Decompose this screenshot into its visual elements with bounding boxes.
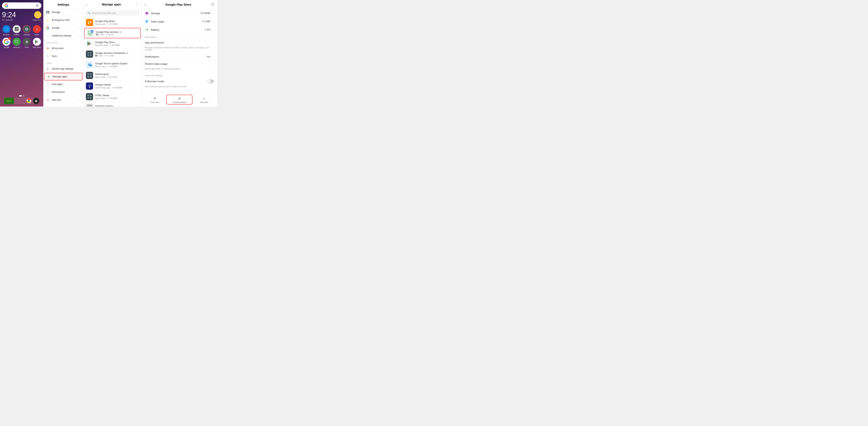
detail-row-storage[interactable]: Storage 83.96MB › xyxy=(142,9,217,18)
settings-list: 💾 Storage › ⚠ Emergency SOS › Google › ⋯ xyxy=(43,8,83,106)
app-detail-title: Google Play Store xyxy=(147,3,210,6)
google-search-bar[interactable] xyxy=(2,2,41,9)
accounts-section: ACCOUNTS xyxy=(43,40,83,44)
app-detail-back[interactable]: ‹ xyxy=(145,3,146,6)
detail-row-data-usage[interactable]: Data usage 72.3MB › xyxy=(142,18,217,26)
force-stop-btn[interactable]: ✕ Force stop xyxy=(143,96,166,103)
settings-item-mi[interactable]: Mi Mi Account xyxy=(43,44,83,52)
additional-chevron: › xyxy=(79,34,80,37)
app-grid: 🌐 Browser 🖼 Gallery ⚙ Settings ♪ Music xyxy=(2,25,41,48)
dual-apps-chevron: › xyxy=(79,83,80,86)
storage-icon: 💾 xyxy=(46,10,50,14)
app-permissions-sublabel: Manage permissions related to location, … xyxy=(145,46,214,51)
svg-rect-10 xyxy=(88,55,89,56)
app-item-music[interactable]: ♪ Music xyxy=(32,25,41,36)
uninstall-updates-btn[interactable]: ⊘ Uninstall updates xyxy=(166,95,192,104)
tts-icon xyxy=(86,61,93,68)
app-item-tools[interactable]: ⊞ Tools xyxy=(22,38,31,48)
play-music-info: Google Play Music Never used ⏱ 18.32MB xyxy=(95,20,139,25)
gallery-icon: 🖼 xyxy=(13,25,21,33)
app-list-item-gservices[interactable]: Google Services Framework ⚙ 💾 7.1MB ⏱ 47… xyxy=(84,49,142,60)
google-g-icon xyxy=(4,4,8,8)
gservices-info: Google Services Framework ⚙ 💾 7.1MB ⏱ 47… xyxy=(95,52,139,57)
hotspot-name: Hotspot Shield xyxy=(95,84,139,86)
app-list-item-play-store[interactable]: Google Play Store Recently used ⏱ 83.96M… xyxy=(84,38,142,49)
home-screen: 9:24 Fri, June 28 Clear 33°C 🌐 Browser 🖼… xyxy=(0,0,43,106)
app-list: Google Play Music Never used ⏱ 18.32MB xyxy=(84,17,142,106)
app-item-gallery[interactable]: 🖼 Gallery xyxy=(12,25,21,36)
detail-row-app-permissions[interactable]: App permissions › Manage permissions rel… xyxy=(142,39,217,53)
htmlviewer-name: HTML Viewer xyxy=(95,94,139,97)
mic-icon[interactable] xyxy=(35,4,39,7)
app-list-item-play-music[interactable]: Google Play Music Never used ⏱ 18.32MB xyxy=(84,17,142,28)
settings-item-google[interactable]: Google › xyxy=(43,24,83,32)
additional-label: Additional settings xyxy=(52,34,77,37)
htmlviewer-meta: Never used ⏱ 53.25KB xyxy=(95,97,139,99)
app-list-item-play-services[interactable]: Google Play services ⚙ 💾 134MB ⏱ 381MB xyxy=(84,28,141,38)
settings-item-system-app[interactable]: ⚙ System app settings › xyxy=(43,65,83,73)
app-item-settings[interactable]: ⚙ Settings xyxy=(22,25,31,36)
security-label: Security xyxy=(13,46,20,48)
app-permissions-label: App permissions xyxy=(145,41,212,44)
detail-row-notifications[interactable]: Notifications Yes › xyxy=(142,53,217,60)
clear-data-btn[interactable]: ◇ Clear data xyxy=(193,96,216,103)
app-list-item-htmlviewer[interactable]: HTML Viewer Never used ⏱ 53.25KB xyxy=(84,92,142,102)
search-apps-bar[interactable]: 🔍 Search among 280 apps xyxy=(86,10,140,15)
svg-rect-31 xyxy=(146,29,147,30)
settings-item-permissions[interactable]: ◯ Permissions › xyxy=(43,88,83,96)
menu-button[interactable]: ⋮ xyxy=(135,2,138,6)
settings-item-additional[interactable]: ⋯ Additional settings › xyxy=(43,32,83,40)
app-item-browser[interactable]: 🌐 Browser xyxy=(2,25,11,36)
settings-item-sync[interactable]: ↻ Sync › xyxy=(43,52,83,60)
settings-item-dual-apps[interactable]: ◯ Dual apps › xyxy=(43,80,83,88)
app-list-item-homelayout[interactable]: HomeLayout Never used ⏱ 61.44KB xyxy=(84,70,142,81)
settings-item-storage[interactable]: 💾 Storage › xyxy=(43,8,83,16)
app-detail-footer: ✕ Force stop ⊘ Uninstall updates ◇ Clear… xyxy=(142,93,217,106)
music-icon: ♪ xyxy=(33,25,41,33)
app-item-playstore[interactable]: Play Store xyxy=(32,38,41,48)
gservices-extra: 💾 7.1MB ⏱ 47.54MB xyxy=(95,55,139,57)
google-app-icon: 1 xyxy=(2,38,10,46)
detail-row-install-unknown[interactable]: Install apps from unknown sources No › xyxy=(142,90,217,93)
settings-label: Settings xyxy=(24,34,30,36)
uninstall-updates-icon: ⊘ xyxy=(177,96,182,101)
hotspot-icon xyxy=(86,83,93,90)
settings-item-manage-apps[interactable]: ⊞ Manage apps › xyxy=(44,73,83,80)
camera-icon[interactable]: ◉ xyxy=(33,98,39,104)
storage-label: Storage xyxy=(52,11,77,13)
app-list-item-hybrid[interactable]: HybridAccessory Never used ⏱ 53.25KB xyxy=(84,102,142,106)
settings-item-feedback[interactable]: ? Feedback › xyxy=(43,104,83,106)
permissions-chevron: › xyxy=(79,91,80,93)
app-lock-label: App lock xyxy=(52,98,77,101)
tts-name: Google Text-to-speech Engine xyxy=(95,62,139,65)
playstore-label: Play Store xyxy=(33,46,41,48)
detail-row-battery[interactable]: Battery 1.6% › xyxy=(142,26,217,34)
app-list-item-tts[interactable]: Google Text-to-speech Engine Never used … xyxy=(84,60,142,70)
app-item-google[interactable]: 1 Google xyxy=(2,38,11,48)
emergency-chevron: › xyxy=(79,19,80,21)
app-list-item-hotspot[interactable]: Hotspot Shield Used 4 days ago ⏱ 36.54MB xyxy=(84,81,142,92)
tools-label: Tools xyxy=(25,46,29,48)
manage-apps-header: ‹ Manage apps ⋮ xyxy=(84,0,142,9)
info-button[interactable]: ⓘ xyxy=(211,2,214,7)
hotspot-meta: Used 4 days ago ⏱ 36.54MB xyxy=(95,87,139,89)
detail-row-fullscreen[interactable]: Fullscreen mode Allow selected apps to w… xyxy=(142,77,217,90)
clear-data-icon: ◇ xyxy=(202,96,207,101)
back-button[interactable]: ‹ xyxy=(86,3,87,6)
sync-chevron: › xyxy=(79,55,80,57)
homelayout-icon xyxy=(86,72,93,79)
manage-apps-panel: ‹ Manage apps ⋮ 🔍 Search among 280 apps … xyxy=(84,0,142,106)
tools-icon: ⊞ xyxy=(23,38,31,46)
clock-time: 9:24 xyxy=(2,11,16,19)
settings-item-app-lock[interactable]: ◎ App lock › xyxy=(43,96,83,104)
weather-text: Clear 33°C xyxy=(32,19,41,21)
permissions-section-header: Permissions xyxy=(142,34,217,39)
fullscreen-toggle[interactable] xyxy=(208,79,214,83)
chrome-icon[interactable] xyxy=(26,98,32,104)
detail-row-restrict-data[interactable]: Restrict data usage › Mobile data (SIM 1… xyxy=(142,60,217,72)
hotspot-info: Hotspot Shield Used 4 days ago ⏱ 36.54MB xyxy=(95,84,139,89)
search-apps-placeholder: Search among 280 apps xyxy=(92,12,116,14)
settings-item-emergency[interactable]: ⚠ Emergency SOS › xyxy=(43,16,83,24)
app-item-security[interactable]: 🛡 Security xyxy=(12,38,21,48)
advanced-section-header: Advanced settings xyxy=(142,72,217,77)
